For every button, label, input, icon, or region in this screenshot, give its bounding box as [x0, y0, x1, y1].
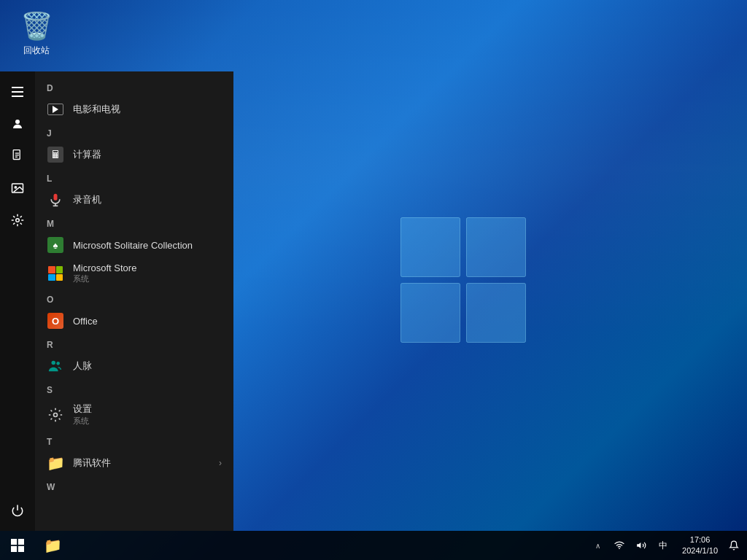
- start-button[interactable]: [0, 531, 35, 560]
- sidebar-photos-icon[interactable]: [3, 174, 32, 203]
- movies-tv-icon: [47, 101, 64, 118]
- list-item-calculator[interactable]: 🖩 计算器: [35, 141, 233, 168]
- svg-point-23: [52, 361, 56, 365]
- section-header-t: T: [35, 431, 233, 450]
- windows-logo-desktop: [398, 214, 529, 346]
- section-header-m: M: [35, 213, 233, 232]
- svg-rect-28: [11, 546, 17, 552]
- svg-rect-1: [466, 218, 525, 277]
- svg-point-17: [15, 187, 16, 188]
- taskbar: 📁 ∧: [0, 531, 747, 560]
- list-item-movies-tv[interactable]: 电影和电视: [35, 96, 233, 122]
- list-item-solitaire[interactable]: ♠ Microsoft Solitaire Collection: [35, 232, 233, 258]
- svg-rect-20: [54, 194, 58, 201]
- calculator-label: 计算器: [73, 148, 222, 161]
- calculator-icon: 🖩: [47, 146, 64, 163]
- taskbar-notification-button[interactable]: [724, 531, 744, 560]
- start-menu: D 电影和电视 J 🖩 计算器 L: [0, 71, 233, 531]
- svg-rect-3: [466, 284, 525, 343]
- start-sidebar: [0, 71, 35, 531]
- people-icon: [47, 357, 64, 375]
- tencent-folder-icon: 📁: [47, 454, 64, 472]
- clock-time: 17:06: [690, 534, 711, 545]
- list-item-office[interactable]: O Office: [35, 308, 233, 334]
- sidebar-power-icon[interactable]: [3, 496, 32, 525]
- ms-store-subtext: 系统: [73, 273, 222, 284]
- recorder-icon: [47, 191, 64, 209]
- clock-date: 2024/1/10: [682, 545, 718, 556]
- section-header-j: J: [35, 122, 233, 141]
- svg-point-18: [16, 219, 20, 222]
- svg-rect-27: [18, 539, 24, 545]
- office-icon: O: [47, 312, 64, 330]
- tray-volume-icon[interactable]: [631, 531, 651, 560]
- tray-show-hidden-icon[interactable]: ∧: [587, 531, 608, 560]
- svg-point-24: [56, 362, 60, 365]
- sidebar-hamburger[interactable]: [3, 77, 32, 106]
- svg-rect-8: [12, 87, 23, 88]
- svg-rect-12: [13, 150, 20, 160]
- tray-ime-icon[interactable]: 中: [653, 531, 673, 560]
- recycle-bin-image: 🗑️: [20, 11, 53, 42]
- recycle-bin-label: 回收站: [23, 44, 50, 57]
- taskbar-tray: ∧: [584, 531, 676, 560]
- list-item-tencent[interactable]: 📁 腾讯软件 ›: [35, 450, 233, 476]
- ms-store-icon: [47, 265, 64, 282]
- start-app-list: D 电影和电视 J 🖩 计算器 L: [35, 71, 233, 531]
- section-header-w: W: [35, 476, 233, 495]
- list-item-settings[interactable]: 设置 系统: [35, 398, 233, 431]
- ime-label: 中: [659, 540, 667, 552]
- tencent-label: 腾讯软件: [73, 456, 210, 470]
- section-header-l: L: [35, 168, 233, 187]
- list-item-ms-store[interactable]: Microsoft Store 系统: [35, 258, 233, 289]
- svg-rect-10: [12, 96, 23, 97]
- tencent-expand-arrow: ›: [219, 458, 222, 468]
- settings-label: 设置: [73, 403, 92, 414]
- solitaire-label: Microsoft Solitaire Collection: [73, 240, 222, 251]
- svg-marker-31: [637, 542, 640, 548]
- ms-store-text: Microsoft Store 系统: [73, 262, 222, 284]
- taskbar-pinned-items: 📁: [38, 531, 67, 560]
- svg-rect-2: [400, 284, 460, 343]
- taskbar-clock[interactable]: 17:06 2024/1/10: [676, 534, 724, 557]
- section-header-s: S: [35, 379, 233, 398]
- tray-network-icon[interactable]: [609, 531, 630, 560]
- section-header-r: R: [35, 334, 233, 353]
- solitaire-icon: ♠: [47, 236, 64, 254]
- ms-store-label: Microsoft Store: [73, 262, 136, 273]
- sidebar-user-icon[interactable]: [3, 109, 32, 139]
- svg-rect-0: [400, 218, 460, 277]
- taskbar-file-explorer[interactable]: 📁: [38, 531, 67, 560]
- svg-point-30: [619, 548, 620, 549]
- people-label: 人脉: [73, 359, 222, 373]
- section-header-o: O: [35, 289, 233, 308]
- settings-icon: [47, 406, 64, 424]
- settings-subtext: 系统: [73, 416, 222, 427]
- svg-rect-9: [12, 91, 23, 93]
- office-label: Office: [73, 316, 222, 327]
- taskbar-right: ∧: [584, 531, 747, 560]
- svg-point-25: [54, 413, 58, 416]
- sidebar-document-icon[interactable]: [3, 141, 32, 171]
- settings-text: 设置 系统: [73, 402, 222, 427]
- list-item-recorder[interactable]: 录音机: [35, 187, 233, 213]
- svg-rect-29: [18, 546, 24, 552]
- section-header-d: D: [35, 77, 233, 96]
- recorder-label: 录音机: [73, 193, 222, 206]
- recycle-bin-icon[interactable]: 🗑️ 回收站: [11, 11, 62, 57]
- desktop: 🗑️ 回收站: [0, 0, 747, 560]
- svg-point-11: [15, 120, 20, 124]
- movies-tv-label: 电影和电视: [73, 103, 222, 116]
- sidebar-settings-icon[interactable]: [3, 206, 32, 235]
- svg-rect-26: [11, 539, 17, 545]
- list-item-people[interactable]: 人脉: [35, 353, 233, 379]
